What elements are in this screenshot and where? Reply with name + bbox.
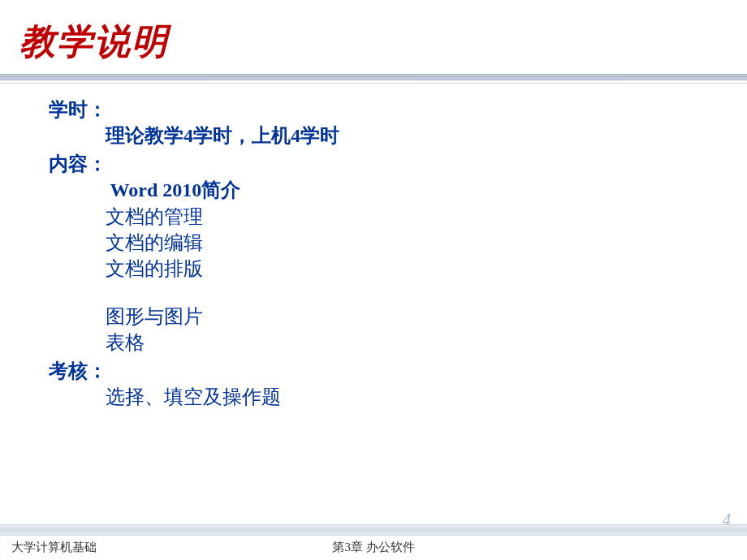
content-item-1: 文档的管理: [49, 204, 747, 230]
footer-center-text: 第3章 办公软件: [332, 540, 414, 555]
content-label: 内容：: [49, 151, 747, 177]
content-item-4: 图形与图片: [49, 304, 747, 330]
blank-line: [49, 282, 747, 304]
hours-label: 学时：: [49, 97, 747, 123]
hours-detail: 理论教学4学时，上机4学时: [49, 123, 747, 149]
title-divider: [0, 74, 747, 80]
assessment-detail: 选择、填空及操作题: [49, 384, 747, 410]
content-item-0: Word 2010简介: [49, 177, 747, 203]
slide-content: 学时： 理论教学4学时，上机4学时 内容： Word 2010简介 文档的管理 …: [0, 80, 747, 410]
assessment-label: 考核：: [49, 358, 747, 384]
slide-title: 教学说明: [0, 0, 747, 66]
content-item-3: 文档的排版: [49, 256, 747, 282]
content-item-5: 表格: [49, 330, 747, 355]
footer-left-text: 大学计算机基础: [11, 540, 97, 555]
footer-divider: [0, 524, 747, 536]
content-item-2: 文档的编辑: [49, 230, 747, 256]
